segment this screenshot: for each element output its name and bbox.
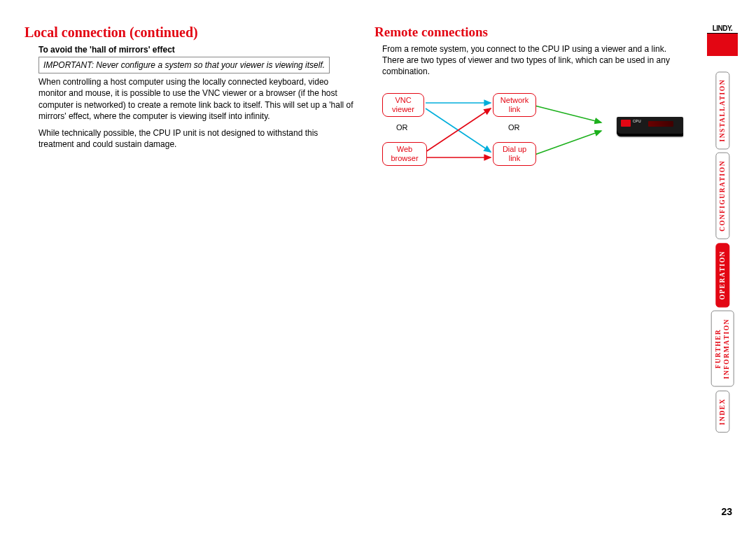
para-remote: From a remote system, you connect to the…: [382, 43, 686, 78]
remote-connection-diagram: VNC viewer OR Web browser Network link O…: [382, 83, 676, 181]
para-local-2: While technically possible, the CPU IP u…: [38, 127, 354, 150]
diagram-box-dialup-link[interactable]: Dial up link: [493, 142, 536, 166]
net-label-2: link: [509, 105, 521, 113]
section-title-local: Local connection (continued): [24, 24, 354, 41]
nav-index[interactable]: INDEX: [715, 391, 729, 433]
important-note: IMPORTANT: Never configure a system so t…: [38, 57, 330, 73]
para-local-1: When controlling a host computer using t…: [38, 76, 354, 122]
nav-installation[interactable]: INSTALLATION: [715, 71, 729, 149]
diagram-or-right: OR: [508, 123, 520, 132]
web-label-2: browser: [391, 154, 418, 162]
dial-label-2: link: [509, 154, 521, 162]
nav-operation[interactable]: OPERATION: [715, 243, 729, 307]
svg-line-5: [535, 131, 601, 155]
diagram-box-web-browser[interactable]: Web browser: [382, 142, 427, 166]
nav-further-information[interactable]: FURTHERINFORMATION: [711, 311, 734, 387]
dial-label-1: Dial up: [503, 145, 526, 153]
lindy-logo[interactable]: LINDY.: [707, 25, 738, 56]
net-label-1: Network: [500, 96, 528, 104]
nav-configuration[interactable]: CONFIGURATION: [715, 153, 729, 239]
diagram-box-network-link[interactable]: Network link: [493, 93, 536, 117]
page-number: 23: [721, 506, 732, 517]
diagram-box-vnc-viewer[interactable]: VNC viewer: [382, 93, 424, 117]
side-navigation: LINDY. INSTALLATION CONFIGURATION OPERAT…: [707, 25, 738, 436]
section-title-remote: Remote connections: [374, 24, 686, 40]
web-label-1: Web: [397, 145, 412, 153]
subhead-hall-of-mirrors: To avoid the 'hall of mirrors' effect: [38, 45, 354, 55]
device-label: CPU: [633, 119, 641, 123]
diagram-or-left: OR: [396, 123, 408, 132]
vnc-label-2: viewer: [392, 105, 414, 113]
svg-line-4: [535, 106, 601, 122]
logo-text: LINDY.: [707, 24, 738, 34]
cpu-ip-device-icon: CPU: [617, 117, 683, 136]
vnc-label-1: VNC: [395, 96, 411, 104]
